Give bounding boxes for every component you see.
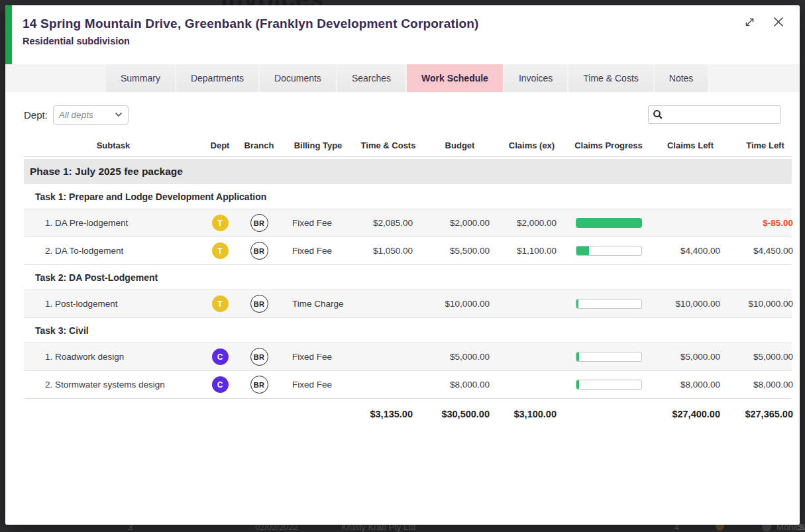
budget-cell: $8,000.00 [421,380,498,390]
search-box[interactable] [648,105,781,124]
totals-claims-left: $27,400.00 [652,409,729,419]
dept-badge: T [212,242,229,259]
subtask-name: 1. DA Pre-lodgement [24,218,203,228]
progress-fill [576,380,580,389]
progress-bar [576,380,642,390]
billing-type-cell: Fixed Fee [281,352,355,362]
branch-cell: BR [237,376,281,394]
time-left-cell: $5,000.00 [729,352,800,362]
column-header-time-costs: Time & Costs [355,140,421,150]
branch-badge: BR [250,376,268,394]
dept-cell: C [203,376,237,393]
tab-bar: SummaryDepartmentsDocumentsSearchesWork … [5,64,800,92]
subtask-name: 1. Post-lodgement [24,299,203,309]
billing-type-cell: Fixed Fee [281,380,355,390]
totals-budget: $30,500.00 [421,409,498,419]
billing-type-cell: Fixed Fee [281,246,355,256]
claims-progress-cell [565,380,652,390]
tab-invoices[interactable]: Invoices [504,64,567,92]
column-header-budget: Budget [421,140,498,150]
billing-type-cell: Fixed Fee [281,218,355,228]
page-title: 14 Spring Mountain Drive, Greenbank (Fra… [23,17,800,31]
work-schedule-panel: Dept: All depts SubtaskDeptBranchBilling… [5,92,800,525]
task-header-row: Task 1: Prepare and Lodge Development Ap… [24,184,792,209]
progress-fill [576,219,641,227]
phase-header-row: Phase 1: July 2025 fee package [24,159,792,184]
time-costs-cell: $2,085.00 [355,218,421,228]
dept-select[interactable]: All depts [53,105,129,125]
phase-label: Phase 1: July 2025 fee package [30,166,183,178]
branch-badge: BR [250,295,268,313]
subtask-name: 1. Roadwork design [24,352,203,362]
expand-icon[interactable] [743,15,756,28]
tab-notes[interactable]: Notes [655,64,708,92]
task-header-row: Task 3: Civil [24,318,792,343]
branch-cell: BR [237,295,281,313]
budget-cell: $2,000.00 [421,218,498,228]
dept-select-value: All depts [59,110,115,120]
totals-time-costs: $3,135.00 [355,409,421,419]
branch-cell: BR [237,348,281,366]
column-header-claims-ex: Claims (ex) [498,140,565,150]
tab-documents[interactable]: Documents [260,64,336,92]
totals-row: $3,135.00$30,500.00$3,100.00$27,400.00$2… [24,399,792,429]
totals-claims: $3,100.00 [498,409,565,419]
branch-badge: BR [250,242,268,260]
progress-bar [576,218,642,228]
tab-departments[interactable]: Departments [176,64,258,92]
progress-bar [576,299,642,309]
column-header-claims-progress: Claims Progress [565,140,652,150]
dept-cell: T [203,215,237,231]
subtask-row[interactable]: 2. DA To-lodgementTBRFixed Fee$1,050.00$… [24,237,792,265]
subtask-name: 2. Stormwater systems design [24,380,203,390]
tab-work-schedule[interactable]: Work Schedule [407,64,503,92]
task-label: Task 3: Civil [35,325,89,336]
subtask-row[interactable]: 1. Post-lodgementTBRTime Charge$10,000.0… [24,290,792,318]
dept-badge: T [212,215,229,231]
column-header-dept: Dept [203,140,237,150]
dept-filter-label: Dept: [24,109,48,121]
column-header-branch: Branch [237,140,281,150]
subtask-row[interactable]: 2. Stormwater systems designCBRFixed Fee… [24,371,792,399]
branch-cell: BR [237,242,281,260]
progress-bar [576,352,642,362]
time-costs-cell: $1,050.00 [355,246,421,256]
column-header-time-left: Time Left [729,140,800,150]
budget-cell: $5,000.00 [421,352,498,362]
branch-badge: BR [250,348,268,366]
task-header-row: Task 2: DA Post-Lodgement [24,265,792,290]
search-input[interactable] [666,110,777,120]
dept-badge: T [212,295,229,312]
tab-summary[interactable]: Summary [106,64,175,92]
dept-badge: C [212,348,229,365]
claims-left-cell: $4,400.00 [652,246,729,256]
claims-cell: $1,100.00 [498,246,565,256]
project-modal: 14 Spring Mountain Drive, Greenbank (Fra… [5,5,800,525]
subtask-row[interactable]: 1. DA Pre-lodgementTBRFixed Fee$2,085.00… [24,209,792,237]
task-label: Task 1: Prepare and Lodge Development Ap… [35,191,266,202]
claims-progress-cell [565,218,652,228]
totals-time-left: $27,365.00 [729,409,800,419]
page-subtitle: Residential subdivision [23,36,800,46]
time-left-cell: $10,000.00 [729,299,800,309]
claims-progress-cell [565,352,652,362]
search-icon [653,109,663,120]
column-header-billing-type: Billing Type [281,140,355,150]
progress-bar [576,246,642,256]
time-left-cell: $-85.00 [729,218,800,228]
tab-searches[interactable]: Searches [337,64,405,92]
branch-badge: BR [250,214,268,232]
chevron-down-icon [115,112,123,117]
claims-progress-cell [565,299,652,309]
dept-cell: T [203,242,237,259]
tab-time-costs[interactable]: Time & Costs [568,64,653,92]
work-schedule-table: SubtaskDeptBranchBilling TypeTime & Cost… [24,134,792,429]
claims-left-cell: $5,000.00 [652,352,729,362]
progress-fill [576,246,590,255]
claims-progress-cell [565,246,652,256]
subtask-row[interactable]: 1. Roadwork designCBRFixed Fee$5,000.00$… [24,343,792,371]
column-header-subtask: Subtask [24,140,203,150]
close-icon[interactable] [772,15,785,28]
task-label: Task 2: DA Post-Lodgement [35,272,158,283]
modal-header: 14 Spring Mountain Drive, Greenbank (Fra… [5,5,800,64]
